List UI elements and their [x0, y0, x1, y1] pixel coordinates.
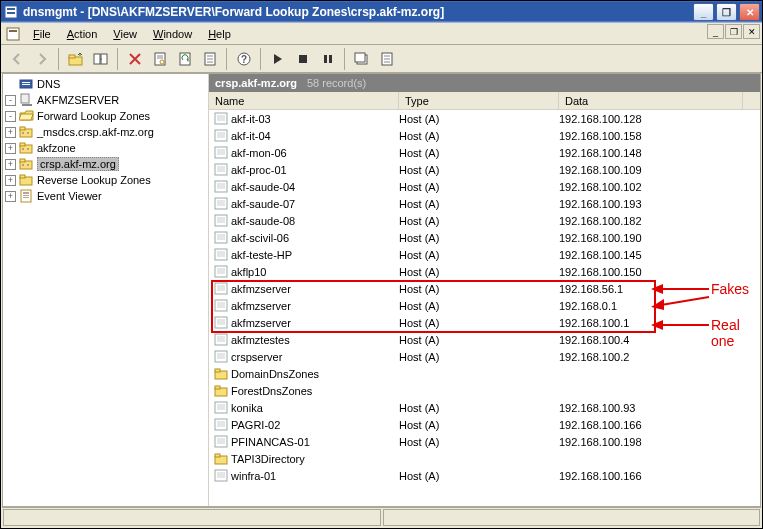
window-title: dnsmgmt - [DNS\AKFMZSERVER\Forward Looku… — [23, 5, 444, 19]
folder-icon — [213, 367, 229, 381]
col-header-name[interactable]: Name — [209, 92, 399, 109]
mdi-close-button[interactable]: ✕ — [743, 24, 760, 39]
expand-icon[interactable]: + — [5, 127, 16, 138]
list-row[interactable]: akf-scivil-06Host (A)192.168.100.190 — [209, 229, 760, 246]
stop-button[interactable] — [291, 48, 314, 70]
list-row[interactable]: akfmzserverHost (A)192.168.56.1 — [209, 280, 760, 297]
expand-icon[interactable]: + — [5, 143, 16, 154]
content-zone-name: crsp.akf-mz.org — [215, 77, 297, 89]
tree-zone-crsp[interactable]: + crsp.akf-mz.org — [3, 156, 208, 172]
status-panel-right — [383, 509, 761, 526]
record-icon — [213, 316, 229, 330]
list-row[interactable]: akfmztestesHost (A)192.168.100.4 — [209, 331, 760, 348]
collapse-icon[interactable]: - — [5, 95, 16, 106]
list-button[interactable] — [375, 48, 398, 70]
menu-action[interactable]: Action — [59, 26, 106, 42]
record-name: TAPI3Directory — [231, 453, 305, 465]
tree-zone-msdcs[interactable]: + _msdcs.crsp.akf-mz.org — [3, 124, 208, 140]
collapse-icon[interactable]: - — [5, 111, 16, 122]
status-bar — [2, 507, 761, 527]
tree-flz[interactable]: - Forward Lookup Zones — [3, 108, 208, 124]
tree-eventviewer[interactable]: + Event Viewer — [3, 188, 208, 204]
pause-button[interactable] — [316, 48, 339, 70]
record-data: 192.168.100.166 — [559, 470, 760, 482]
record-icon — [213, 299, 229, 313]
menu-file[interactable]: File — [25, 26, 59, 42]
forward-button[interactable] — [30, 48, 53, 70]
menu-window[interactable]: Window — [145, 26, 200, 42]
tree-server[interactable]: - AKFMZSERVER — [3, 92, 208, 108]
refresh-button[interactable] — [173, 48, 196, 70]
run-button[interactable] — [266, 48, 289, 70]
svg-rect-21 — [355, 53, 365, 62]
record-icon — [213, 129, 229, 143]
record-icon — [213, 435, 229, 449]
folder-icon — [18, 172, 34, 188]
export-button[interactable] — [198, 48, 221, 70]
col-header-type[interactable]: Type — [399, 92, 559, 109]
back-button[interactable] — [5, 48, 28, 70]
record-data: 192.168.100.150 — [559, 266, 760, 278]
list-row[interactable]: ForestDnsZones — [209, 382, 760, 399]
app-icon — [3, 4, 19, 20]
tree-root-dns[interactable]: DNS — [3, 76, 208, 92]
record-type: Host (A) — [399, 215, 559, 227]
tree-pane[interactable]: DNS - AKFMZSERVER - — [3, 74, 209, 506]
expand-icon[interactable]: + — [5, 159, 16, 170]
list-row[interactable]: akfmzserverHost (A)192.168.100.1 — [209, 314, 760, 331]
tree-zone-akfzone[interactable]: + akfzone — [3, 140, 208, 156]
list-row[interactable]: akfmzserverHost (A)192.168.0.1 — [209, 297, 760, 314]
record-data: 192.168.100.182 — [559, 215, 760, 227]
record-icon — [213, 231, 229, 245]
record-icon — [213, 333, 229, 347]
record-icon — [213, 197, 229, 211]
record-name: akf-saude-07 — [231, 198, 295, 210]
mdi-minimize-button[interactable]: _ — [707, 24, 724, 39]
server-icon — [18, 92, 34, 108]
list-body[interactable]: akf-it-03Host (A)192.168.100.128akf-it-0… — [209, 110, 760, 506]
list-row[interactable]: akf-it-03Host (A)192.168.100.128 — [209, 110, 760, 127]
folder-icon — [213, 384, 229, 398]
record-name: akfmzserver — [231, 317, 291, 329]
record-data: 192.168.100.109 — [559, 164, 760, 176]
col-header-data[interactable]: Data — [559, 92, 743, 109]
delete-button[interactable] — [123, 48, 146, 70]
list-row[interactable]: DomainDnsZones — [209, 365, 760, 382]
list-row[interactable]: akf-saude-04Host (A)192.168.100.102 — [209, 178, 760, 195]
help-button[interactable]: ? — [232, 48, 255, 70]
record-type: Host (A) — [399, 419, 559, 431]
record-name: akf-teste-HP — [231, 249, 292, 261]
content-pane: crsp.akf-mz.org 58 record(s) Name Type D… — [209, 74, 760, 506]
up-button[interactable] — [64, 48, 87, 70]
expand-icon[interactable]: + — [5, 191, 16, 202]
list-row[interactable]: akf-saude-07Host (A)192.168.100.193 — [209, 195, 760, 212]
record-type: Host (A) — [399, 436, 559, 448]
list-row[interactable]: akf-teste-HPHost (A)192.168.100.145 — [209, 246, 760, 263]
list-row[interactable]: akf-mon-06Host (A)192.168.100.148 — [209, 144, 760, 161]
minimize-button[interactable]: _ — [693, 3, 714, 21]
new-window-button[interactable] — [350, 48, 373, 70]
list-row[interactable]: akf-saude-08Host (A)192.168.100.182 — [209, 212, 760, 229]
list-row[interactable]: akflp10Host (A)192.168.100.150 — [209, 263, 760, 280]
expand-icon[interactable]: + — [5, 175, 16, 186]
close-button[interactable]: ✕ — [739, 3, 760, 21]
list-row[interactable]: akf-it-04Host (A)192.168.100.158 — [209, 127, 760, 144]
show-hide-console-button[interactable] — [89, 48, 112, 70]
svg-rect-45 — [23, 197, 29, 198]
list-row[interactable]: PAGRI-02Host (A)192.168.100.166 — [209, 416, 760, 433]
menu-view[interactable]: View — [105, 26, 145, 42]
tree-rlz[interactable]: + Reverse Lookup Zones — [3, 172, 208, 188]
mdi-restore-button[interactable]: ❐ — [725, 24, 742, 39]
list-row[interactable]: winfra-01Host (A)192.168.100.166 — [209, 467, 760, 484]
list-row[interactable]: akf-proc-01Host (A)192.168.100.109 — [209, 161, 760, 178]
list-row[interactable]: konikaHost (A)192.168.100.93 — [209, 399, 760, 416]
properties-button[interactable] — [148, 48, 171, 70]
list-row[interactable]: crspserverHost (A)192.168.100.2 — [209, 348, 760, 365]
record-data: 192.168.56.1 — [559, 283, 760, 295]
list-row[interactable]: PFINANCAS-01Host (A)192.168.100.198 — [209, 433, 760, 450]
record-name: DomainDnsZones — [231, 368, 319, 380]
list-row[interactable]: TAPI3Directory — [209, 450, 760, 467]
maximize-button[interactable]: ❐ — [716, 3, 737, 21]
menu-help[interactable]: Help — [200, 26, 239, 42]
menu-bar: File Action View Window Help _ ❐ ✕ — [1, 23, 762, 45]
